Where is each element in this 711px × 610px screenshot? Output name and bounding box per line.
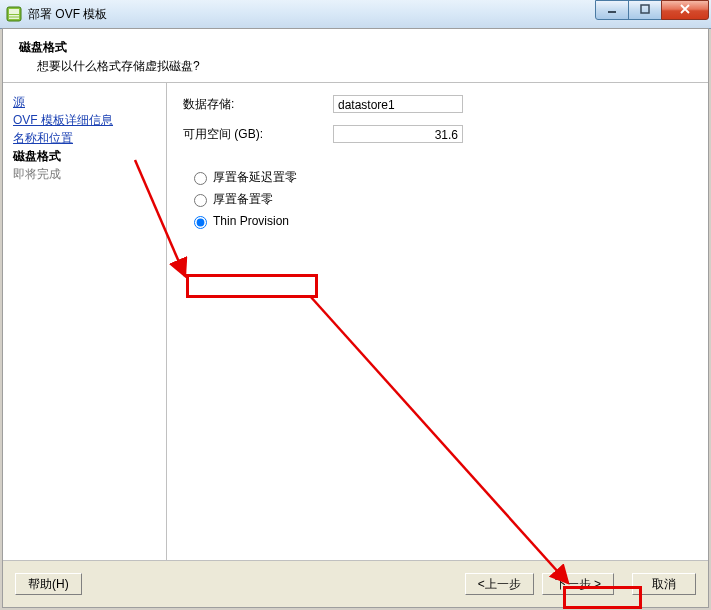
radio-thick-eager-input[interactable] [194, 194, 207, 207]
nav-source[interactable]: 源 [13, 95, 25, 109]
cancel-button[interactable]: 取消 [632, 573, 696, 595]
maximize-icon [640, 4, 650, 16]
close-icon [680, 4, 690, 16]
dialog-window: 磁盘格式 想要以什么格式存储虚拟磁盘? 源 OVF 模板详细信息 名称和位置 磁… [2, 28, 709, 608]
window-buttons [596, 0, 709, 20]
wizard-body: 源 OVF 模板详细信息 名称和位置 磁盘格式 即将完成 数据存储: datas… [3, 83, 708, 561]
row-freespace: 可用空间 (GB): 31.6 [183, 125, 692, 143]
radio-thick-eager-label: 厚置备置零 [213, 191, 273, 208]
back-button[interactable]: <上一步 [465, 573, 534, 595]
wizard-nav: 源 OVF 模板详细信息 名称和位置 磁盘格式 即将完成 [3, 83, 167, 561]
minimize-icon [607, 4, 617, 16]
wizard-content: 数据存储: datastore1 可用空间 (GB): 31.6 厚置备延迟置零… [167, 83, 708, 561]
radio-thin-provision-input[interactable] [194, 216, 207, 229]
radio-thick-lazy-label: 厚置备延迟置零 [213, 169, 297, 186]
radio-thick-lazy[interactable]: 厚置备延迟置零 [189, 167, 692, 187]
title-bar: 部署 OVF 模板 [0, 0, 711, 29]
disk-format-radio-group: 厚置备延迟置零 厚置备置零 Thin Provision [189, 167, 692, 231]
app-icon [6, 6, 22, 22]
page-title: 磁盘格式 [19, 39, 692, 56]
wizard-header: 磁盘格式 想要以什么格式存储虚拟磁盘? [3, 29, 708, 83]
nav-ovf-details[interactable]: OVF 模板详细信息 [13, 113, 113, 127]
close-button[interactable] [661, 0, 709, 20]
window-title: 部署 OVF 模板 [28, 6, 107, 23]
page-subtitle: 想要以什么格式存储虚拟磁盘? [37, 58, 692, 75]
radio-thick-eager[interactable]: 厚置备置零 [189, 189, 692, 209]
label-datastore: 数据存储: [183, 96, 333, 113]
svg-rect-4 [608, 11, 616, 13]
svg-rect-1 [9, 9, 19, 14]
help-button[interactable]: 帮助(H) [15, 573, 82, 595]
maximize-button[interactable] [628, 0, 662, 20]
next-button[interactable]: 下一步 > [542, 573, 614, 595]
minimize-button[interactable] [595, 0, 629, 20]
label-freespace: 可用空间 (GB): [183, 126, 333, 143]
radio-thin-provision-label: Thin Provision [213, 214, 289, 228]
svg-rect-5 [641, 5, 649, 13]
radio-thick-lazy-input[interactable] [194, 172, 207, 185]
svg-rect-2 [9, 15, 19, 17]
field-datastore: datastore1 [333, 95, 463, 113]
field-freespace: 31.6 [333, 125, 463, 143]
nav-name-location[interactable]: 名称和位置 [13, 131, 73, 145]
radio-thin-provision[interactable]: Thin Provision [189, 211, 692, 231]
wizard-footer: 帮助(H) <上一步 下一步 > 取消 [3, 560, 708, 607]
row-datastore: 数据存储: datastore1 [183, 95, 692, 113]
svg-rect-3 [9, 18, 19, 20]
nav-ready: 即将完成 [13, 167, 61, 181]
nav-disk-format: 磁盘格式 [13, 149, 61, 163]
